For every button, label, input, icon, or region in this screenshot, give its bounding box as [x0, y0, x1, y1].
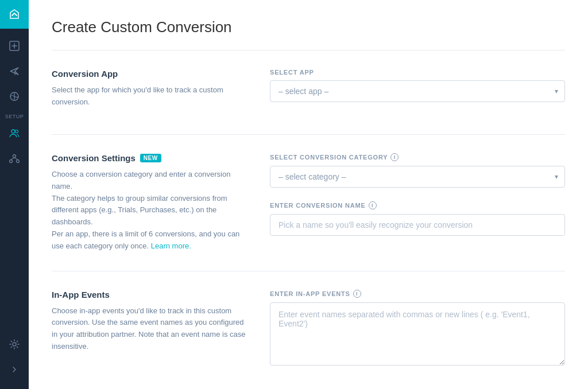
conversion-app-left: Conversion App Select the app for which …: [52, 69, 247, 116]
conversion-app-right: SELECT APP – select app – ▾: [270, 69, 565, 116]
in-app-events-section: In-App Events Choose in-app events you'd…: [52, 290, 565, 386]
svg-point-6: [11, 130, 15, 133]
svg-point-10: [17, 160, 20, 163]
conversion-name-input[interactable]: [270, 214, 565, 236]
conversion-settings-left: Conversion Settings NEW Choose a convers…: [52, 153, 247, 252]
sidebar-item-globe[interactable]: [0, 84, 29, 109]
conversion-settings-desc: Choose a conversion category and enter a…: [52, 169, 247, 252]
svg-line-12: [14, 158, 18, 160]
sidebar-item-settings[interactable]: [0, 332, 29, 357]
desc-line-3: Per an app, there is a limit of 6 conver…: [52, 229, 239, 250]
conversion-app-section: Conversion App Select the app for which …: [52, 69, 565, 135]
select-app-dropdown[interactable]: – select app –: [270, 80, 565, 102]
in-app-events-left: In-App Events Choose in-app events you'd…: [52, 290, 247, 368]
conversion-app-title: Conversion App: [52, 69, 247, 79]
in-app-events-label: ENTER IN-APP EVENTS i: [270, 290, 565, 298]
select-category-wrapper: – select category – ▾: [270, 166, 565, 188]
learn-more-link[interactable]: Learn more.: [151, 242, 191, 250]
desc-line-1: Choose a conversion category and enter a…: [52, 170, 230, 190]
select-app-label: SELECT APP: [270, 69, 565, 76]
name-info-icon: i: [369, 201, 377, 209]
conversion-name-label: ENTER CONVERSION NAME i: [270, 201, 565, 209]
sidebar-setup-label: SETUP: [5, 114, 24, 119]
desc-line-2: The category helps to group similar conv…: [52, 194, 227, 227]
svg-line-11: [11, 158, 14, 160]
in-app-events-desc: Choose in-app events you'd like to track…: [52, 305, 247, 353]
conversion-settings-section: Conversion Settings NEW Choose a convers…: [52, 153, 565, 271]
in-app-events-textarea[interactable]: [270, 302, 565, 365]
sidebar-item-users[interactable]: [0, 120, 29, 146]
svg-point-7: [16, 130, 18, 133]
conversion-settings-title: Conversion Settings NEW: [52, 153, 247, 163]
sidebar-item-send[interactable]: [0, 59, 29, 84]
select-category-dropdown[interactable]: – select category –: [270, 166, 565, 188]
conversion-settings-right: SELECT CONVERSION CATEGORY i – select ca…: [270, 153, 565, 252]
events-info-icon: i: [353, 290, 361, 298]
svg-point-9: [10, 160, 13, 163]
sidebar: SETUP: [0, 0, 29, 389]
sidebar-item-add[interactable]: [0, 33, 29, 59]
sidebar-logo[interactable]: [0, 0, 29, 29]
select-category-label: SELECT CONVERSION CATEGORY i: [270, 153, 565, 161]
in-app-events-right: ENTER IN-APP EVENTS i: [270, 290, 565, 368]
conversion-app-desc: Select the app for which you'd like to t…: [52, 84, 247, 108]
select-app-wrapper: – select app – ▾: [270, 80, 565, 102]
main-content: Create Custom Conversion Conversion App …: [29, 0, 588, 389]
in-app-events-title: In-App Events: [52, 290, 247, 299]
sidebar-item-network[interactable]: [0, 146, 29, 171]
new-badge: NEW: [140, 154, 161, 162]
svg-point-8: [13, 155, 16, 158]
category-info-icon: i: [390, 153, 399, 161]
svg-point-13: [13, 343, 16, 346]
sidebar-collapse-button[interactable]: [0, 357, 29, 382]
page-title: Create Custom Conversion: [52, 18, 565, 36]
top-divider: [52, 50, 565, 50]
